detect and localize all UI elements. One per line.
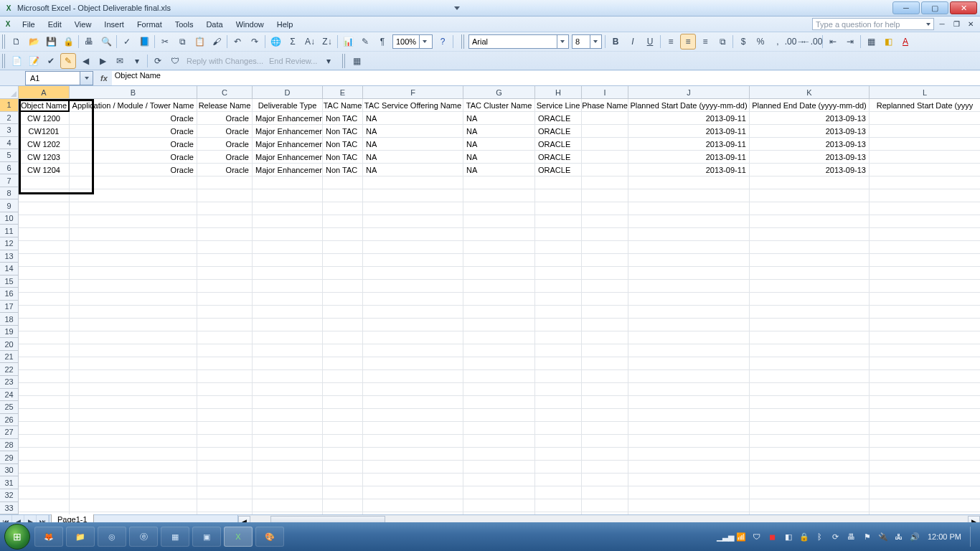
cell[interactable] (323, 396, 363, 409)
show-desktop-button[interactable] (970, 527, 976, 547)
sort-desc-button[interactable]: Z↓ (319, 34, 335, 50)
row-header[interactable]: 27 (0, 426, 19, 439)
cell[interactable]: NA (363, 112, 463, 125)
cell[interactable] (628, 383, 750, 396)
row-header[interactable]: 18 (0, 313, 19, 326)
cell[interactable] (70, 396, 197, 409)
row-header[interactable]: 5 (0, 149, 19, 162)
cell[interactable] (870, 176, 980, 189)
doc-restore-button[interactable]: ❐ (950, 19, 963, 29)
cell[interactable] (463, 202, 535, 215)
cell[interactable] (363, 486, 463, 499)
cell[interactable] (363, 422, 463, 435)
taskbar-program-icon[interactable]: ▦ (161, 527, 189, 547)
tray-oracle-icon[interactable]: ◼ (767, 531, 778, 542)
cell[interactable] (323, 435, 363, 448)
cell[interactable] (253, 215, 323, 228)
cell[interactable] (253, 499, 323, 512)
cell[interactable]: Major Enhancement (253, 112, 323, 125)
cell[interactable]: ORACLE (535, 151, 582, 164)
cell[interactable] (463, 241, 535, 254)
cell[interactable] (750, 486, 870, 499)
cell[interactable] (19, 448, 70, 461)
menu-file[interactable]: File (16, 18, 42, 31)
tray-power-icon[interactable]: 🔌 (877, 531, 889, 542)
cell[interactable] (70, 383, 197, 396)
cell[interactable] (582, 254, 628, 267)
cell[interactable] (750, 306, 870, 319)
cell[interactable]: Oracle (197, 112, 253, 125)
minimize-button[interactable]: ─ (892, 1, 920, 14)
cell[interactable] (253, 357, 323, 370)
cell[interactable] (197, 499, 253, 512)
cell[interactable] (628, 267, 750, 280)
cell[interactable]: 2013-09-13 (750, 164, 870, 176)
cell[interactable] (582, 512, 628, 514)
cell[interactable] (870, 215, 980, 228)
cell[interactable]: 2013-09-11 (628, 125, 750, 138)
menu-insert[interactable]: Insert (98, 18, 131, 31)
column-header[interactable]: A (19, 86, 70, 98)
cell[interactable] (253, 189, 323, 202)
cell[interactable] (253, 331, 323, 344)
cell[interactable] (253, 435, 323, 448)
cell[interactable] (197, 319, 253, 331)
bold-button[interactable]: B (608, 34, 623, 50)
cell[interactable] (582, 112, 628, 125)
format-painter-button[interactable]: 🖌 (209, 34, 225, 50)
cell[interactable]: Oracle (70, 151, 197, 164)
cell[interactable] (750, 461, 870, 474)
font-dropdown[interactable]: Arial (468, 34, 569, 49)
tray-app-icon[interactable]: ◧ (783, 531, 794, 542)
cell[interactable]: 2013-09-11 (628, 112, 750, 125)
accept-change-button[interactable]: ✔ (43, 53, 59, 69)
row-header[interactable]: 1 (0, 99, 19, 112)
cell[interactable] (19, 461, 70, 474)
select-all-button[interactable] (0, 86, 19, 99)
cell[interactable] (253, 228, 323, 241)
excel-doc-icon[interactable]: X (2, 19, 14, 30)
cell[interactable] (535, 319, 582, 331)
cell[interactable] (70, 344, 197, 357)
cell[interactable] (750, 176, 870, 189)
cell[interactable] (582, 125, 628, 138)
cell[interactable] (323, 293, 363, 306)
cell[interactable]: Major Enhancement (253, 138, 323, 151)
align-right-button[interactable]: ≡ (697, 34, 713, 50)
cell[interactable] (870, 280, 980, 293)
cell[interactable] (582, 435, 628, 448)
cell[interactable] (870, 202, 980, 215)
cell[interactable] (70, 215, 197, 228)
cell[interactable]: Non TAC (323, 138, 363, 151)
cell[interactable] (628, 461, 750, 474)
row-header[interactable]: 17 (0, 301, 19, 314)
cell[interactable] (197, 280, 253, 293)
taskbar-clock[interactable]: 12:00 PM (928, 532, 961, 541)
cell[interactable] (463, 267, 535, 280)
cell[interactable] (363, 280, 463, 293)
cell[interactable]: CW 1202 (19, 138, 70, 151)
cell[interactable] (323, 228, 363, 241)
cell[interactable] (363, 202, 463, 215)
cell[interactable] (535, 228, 582, 241)
column-header[interactable]: F (363, 86, 463, 98)
cell[interactable] (197, 448, 253, 461)
cell[interactable] (363, 189, 463, 202)
cell[interactable] (70, 422, 197, 435)
cell[interactable] (870, 357, 980, 370)
cell[interactable] (363, 228, 463, 241)
cell[interactable] (463, 228, 535, 241)
cell[interactable] (323, 202, 363, 215)
cell[interactable] (253, 422, 323, 435)
cell[interactable] (197, 357, 253, 370)
cell[interactable] (582, 448, 628, 461)
cell[interactable] (870, 448, 980, 461)
cell[interactable]: Oracle (197, 125, 253, 138)
cell[interactable] (363, 331, 463, 344)
cell[interactable] (582, 357, 628, 370)
fill-color-button[interactable]: ◧ (880, 34, 896, 50)
cell[interactable] (19, 228, 70, 241)
cell[interactable] (253, 448, 323, 461)
cell[interactable] (253, 461, 323, 474)
cell[interactable] (363, 461, 463, 474)
